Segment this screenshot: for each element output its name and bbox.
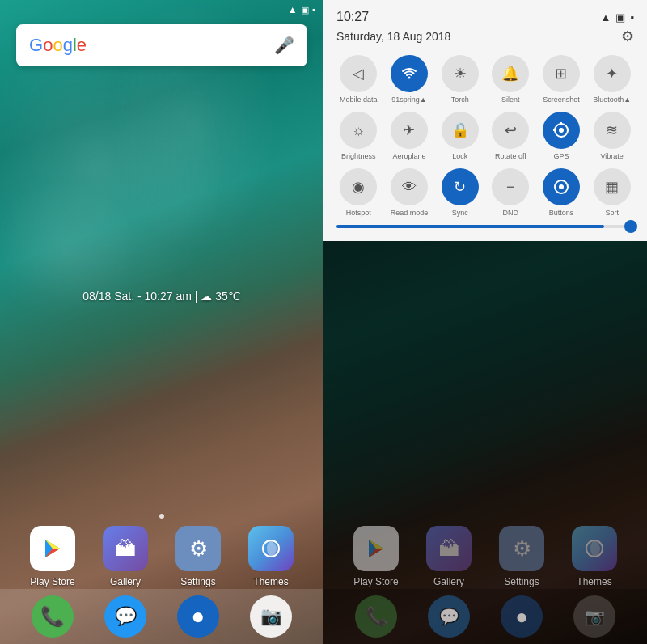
silent-label: Silent [501,95,520,104]
dnd-circle: − [492,168,529,205]
sim-status-icon: ▣ [301,5,309,15]
silent-circle: 🔔 [492,55,529,92]
sync-circle: ↻ [442,168,479,205]
readmode-label: Read mode [391,209,429,217]
wifi-circle [391,55,428,92]
google-logo: Google [29,35,87,56]
brightness-slider[interactable] [336,225,634,228]
toggle-lock[interactable]: 🔒 Lock [438,112,482,160]
bluetooth-circle: ✦ [594,55,631,92]
brightness-fill [336,225,604,228]
toggle-gps[interactable]: GPS [539,112,584,160]
toggle-wifi[interactable]: 91spring▲ [387,55,432,104]
toggle-rotate[interactable]: ↩ Rotate off [488,112,533,160]
date-weather-text: 08/18 Sat. - 10:27 am | ☁ 35℃ [0,290,324,303]
toggle-silent[interactable]: 🔔 Silent [488,55,533,104]
app-item-themes[interactable]: Themes [248,526,294,587]
mic-icon[interactable]: 🎤 [274,36,294,55]
gallery-label: Gallery [110,576,141,587]
settings-label: Settings [180,576,215,587]
dimmed-themes-label: Themes [577,576,611,587]
g4: g [63,35,73,56]
dimmed-dock-messages: 💬 [428,595,470,638]
app-item-settings[interactable]: ⚙ Settings [175,526,221,587]
readmode-circle: 👁 [391,168,428,205]
qs-grid-row2: ☼ Brightness ✈ Aeroplane 🔒 Lock ↩ Rotate… [336,112,634,160]
dimmed-playstore-label: Play Store [353,576,398,587]
svg-point-12 [559,184,564,189]
left-panel: ▲ ▣ ▪ Google 🎤 08/18 Sat. - 10:27 am | ☁… [0,0,324,644]
toggle-dnd[interactable]: − DND [488,168,533,217]
qs-wifi-icon: ▲ [601,11,611,23]
vibrate-circle: ≋ [594,112,631,149]
dock: 📞 💬 ● 📷 [0,589,324,644]
dock-camera[interactable]: 📷 [250,595,292,638]
screenshot-circle: ⊞ [543,55,580,92]
qs-settings-gear[interactable]: ⚙ [621,28,634,45]
g6: e [77,35,87,56]
dimmed-gallery-icon: 🏔 [426,526,472,571]
quick-settings-panel: 10:27 ▲ ▣ ▪ Saturday, 18 Aug 2018 ⚙ ◁ Mo… [324,0,647,241]
qs-battery-icon: ▪ [630,11,634,23]
playstore-label: Play Store [30,576,74,587]
toggle-mobile-data[interactable]: ◁ Mobile data [336,55,381,104]
toggle-buttons[interactable]: Buttons [539,168,584,217]
themes-label: Themes [253,576,288,587]
g3: o [53,35,62,56]
buttons-label: Buttons [549,209,574,217]
torch-circle: ☀ [442,55,479,92]
buttons-circle [543,168,580,205]
screenshot-label: Screenshot [543,95,580,104]
toggle-readmode[interactable]: 👁 Read mode [387,168,432,217]
dock-messages[interactable]: 💬 [104,595,146,638]
settings-icon: ⚙ [175,526,221,571]
dimmed-settings-icon: ⚙ [499,526,544,571]
toggle-torch[interactable]: ☀ Torch [438,55,482,104]
dimmed-themes: Themes [572,526,617,587]
aeroplane-circle: ✈ [391,112,428,149]
battery-icon: ▪ [312,4,315,15]
aeroplane-label: Aeroplane [392,152,425,160]
themes-icon [248,526,294,571]
wifi-label: 91spring▲ [391,95,426,104]
app-row: Play Store 🏔 Gallery ⚙ Settings Themes [0,526,324,587]
qs-date-text: Saturday, 18 Aug 2018 [336,30,450,43]
lock-label: Lock [452,152,467,160]
hotspot-circle: ◉ [340,168,377,205]
qs-header: 10:27 ▲ ▣ ▪ [336,10,634,24]
torch-label: Torch [451,95,469,104]
app-item-gallery[interactable]: 🏔 Gallery [103,526,148,587]
rotate-label: Rotate off [495,152,526,160]
dimmed-dock-camera: 📷 [573,595,615,638]
dimmed-settings-label: Settings [504,576,539,587]
qs-grid-row3: ◉ Hotspot 👁 Read mode ↻ Sync − DND [336,168,634,217]
dock-browser[interactable]: ● [177,595,219,638]
svg-point-6 [559,128,564,133]
dock-phone[interactable]: 📞 [32,595,74,638]
toggle-vibrate[interactable]: ≋ Vibrate [590,112,634,160]
dimmed-playstore: Play Store [353,526,399,587]
wifi-status-icon: ▲ [288,4,298,15]
rotate-circle: ↩ [492,112,529,149]
gps-circle [543,112,580,149]
wallpaper-right: Play Store 🏔 Gallery ⚙ Settings [324,241,647,644]
dnd-label: DND [503,209,519,217]
toggle-bluetooth[interactable]: ✦ Bluetooth▲ [590,55,634,104]
right-panel: 10:27 ▲ ▣ ▪ Saturday, 18 Aug 2018 ⚙ ◁ Mo… [324,0,647,644]
toggle-brightness[interactable]: ☼ Brightness [336,112,381,160]
toggle-sort[interactable]: ▦ Sort [590,168,634,217]
toggle-sync[interactable]: ↻ Sync [438,168,482,217]
app-item-playstore[interactable]: Play Store [30,526,75,587]
dimmed-dock-phone: 📞 [355,595,397,638]
toggle-hotspot[interactable]: ◉ Hotspot [336,168,381,217]
qs-status-icons: ▲ ▣ ▪ [601,11,634,23]
toggle-aeroplane[interactable]: ✈ Aeroplane [387,112,432,160]
gallery-icon: 🏔 [103,526,148,571]
toggle-screenshot[interactable]: ⊞ Screenshot [539,55,584,104]
search-bar[interactable]: Google 🎤 [16,24,307,66]
dimmed-dock-browser: ● [501,595,543,638]
g2: o [43,35,53,56]
qs-grid-row1: ◁ Mobile data 91spring▲ ☀ Torch [336,55,634,104]
hotspot-label: Hotspot [346,209,371,217]
brightness-thumb [624,220,637,233]
